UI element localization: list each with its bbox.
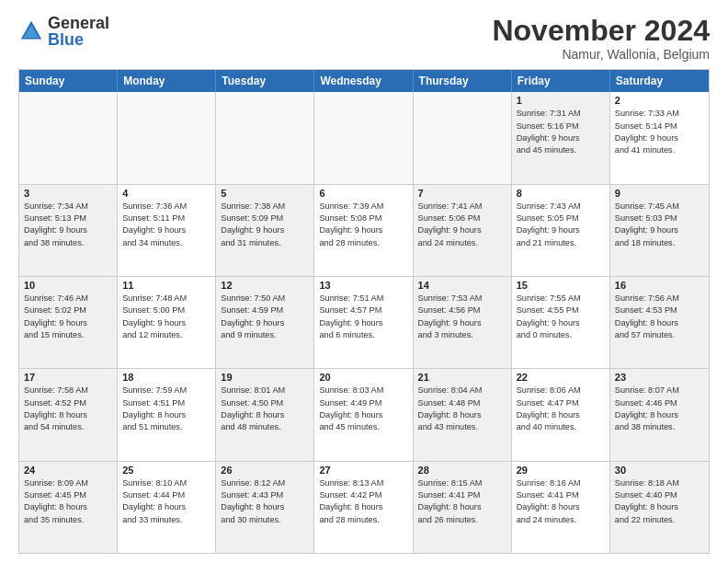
- calendar-cell: 5Sunrise: 7:38 AM Sunset: 5:09 PM Daylig…: [216, 185, 314, 276]
- calendar-row: 3Sunrise: 7:34 AM Sunset: 5:13 PM Daylig…: [19, 184, 709, 276]
- calendar-row: 1Sunrise: 7:31 AM Sunset: 5:16 PM Daylig…: [19, 92, 709, 183]
- day-info: Sunrise: 8:09 AM Sunset: 4:45 PM Dayligh…: [24, 477, 112, 526]
- calendar-row: 17Sunrise: 7:58 AM Sunset: 4:52 PM Dayli…: [19, 368, 709, 460]
- day-number: 26: [221, 465, 309, 476]
- day-number: 6: [319, 188, 407, 199]
- day-number: 30: [615, 465, 704, 476]
- day-number: 22: [517, 372, 605, 383]
- day-info: Sunrise: 8:03 AM Sunset: 4:49 PM Dayligh…: [319, 385, 407, 433]
- day-info: Sunrise: 7:41 AM Sunset: 5:06 PM Dayligh…: [418, 201, 506, 249]
- day-info: Sunrise: 7:48 AM Sunset: 5:00 PM Dayligh…: [122, 293, 210, 341]
- calendar-cell: 14Sunrise: 7:53 AM Sunset: 4:56 PM Dayli…: [414, 277, 512, 368]
- day-number: 15: [517, 280, 605, 291]
- day-info: Sunrise: 8:18 AM Sunset: 4:40 PM Dayligh…: [615, 477, 704, 526]
- day-of-week-header: Monday: [118, 70, 216, 92]
- calendar-cell: 8Sunrise: 7:43 AM Sunset: 5:05 PM Daylig…: [512, 185, 610, 276]
- calendar-cell: 20Sunrise: 8:03 AM Sunset: 4:49 PM Dayli…: [314, 369, 413, 460]
- day-number: 27: [319, 465, 407, 476]
- calendar-row: 10Sunrise: 7:46 AM Sunset: 5:02 PM Dayli…: [19, 276, 709, 368]
- calendar-cell: 7Sunrise: 7:41 AM Sunset: 5:06 PM Daylig…: [414, 185, 512, 276]
- calendar-cell: 30Sunrise: 8:18 AM Sunset: 4:40 PM Dayli…: [610, 462, 709, 553]
- day-number: 11: [122, 280, 210, 291]
- day-info: Sunrise: 8:06 AM Sunset: 4:47 PM Dayligh…: [517, 385, 605, 433]
- calendar-cell: [216, 92, 314, 183]
- day-number: 5: [221, 188, 309, 199]
- calendar-cell: 22Sunrise: 8:06 AM Sunset: 4:47 PM Dayli…: [512, 369, 610, 460]
- day-info: Sunrise: 8:15 AM Sunset: 4:41 PM Dayligh…: [418, 477, 506, 526]
- logo-text: General Blue: [48, 15, 109, 48]
- day-number: 4: [122, 188, 210, 199]
- day-info: Sunrise: 7:43 AM Sunset: 5:05 PM Dayligh…: [517, 201, 605, 249]
- day-number: 20: [319, 372, 407, 383]
- day-number: 17: [24, 372, 112, 383]
- day-info: Sunrise: 7:53 AM Sunset: 4:56 PM Dayligh…: [418, 293, 506, 341]
- logo-blue: Blue: [48, 31, 109, 48]
- calendar-cell: 27Sunrise: 8:13 AM Sunset: 4:42 PM Dayli…: [314, 462, 413, 553]
- day-info: Sunrise: 8:16 AM Sunset: 4:41 PM Dayligh…: [517, 477, 605, 526]
- calendar-row: 24Sunrise: 8:09 AM Sunset: 4:45 PM Dayli…: [19, 461, 709, 553]
- day-info: Sunrise: 8:10 AM Sunset: 4:44 PM Dayligh…: [122, 477, 210, 526]
- day-info: Sunrise: 7:39 AM Sunset: 5:08 PM Dayligh…: [319, 201, 407, 249]
- calendar-cell: 23Sunrise: 8:07 AM Sunset: 4:46 PM Dayli…: [610, 369, 709, 460]
- calendar-cell: 4Sunrise: 7:36 AM Sunset: 5:11 PM Daylig…: [118, 185, 216, 276]
- day-number: 19: [221, 372, 309, 383]
- day-info: Sunrise: 7:59 AM Sunset: 4:51 PM Dayligh…: [122, 385, 210, 433]
- day-of-week-header: Tuesday: [216, 70, 314, 92]
- day-info: Sunrise: 8:12 AM Sunset: 4:43 PM Dayligh…: [221, 477, 309, 526]
- day-info: Sunrise: 7:56 AM Sunset: 4:53 PM Dayligh…: [615, 293, 704, 341]
- calendar-cell: 2Sunrise: 7:33 AM Sunset: 5:14 PM Daylig…: [610, 92, 709, 183]
- calendar-cell: 6Sunrise: 7:39 AM Sunset: 5:08 PM Daylig…: [314, 185, 413, 276]
- day-of-week-header: Thursday: [414, 70, 512, 92]
- calendar-cell: 18Sunrise: 7:59 AM Sunset: 4:51 PM Dayli…: [118, 369, 216, 460]
- title-block: November 2024 Namur, Wallonia, Belgium: [492, 15, 710, 62]
- calendar-cell: 21Sunrise: 8:04 AM Sunset: 4:48 PM Dayli…: [414, 369, 512, 460]
- logo: General Blue: [18, 15, 109, 48]
- calendar-cell: 19Sunrise: 8:01 AM Sunset: 4:50 PM Dayli…: [216, 369, 314, 460]
- day-info: Sunrise: 7:58 AM Sunset: 4:52 PM Dayligh…: [24, 385, 112, 433]
- calendar-cell: 26Sunrise: 8:12 AM Sunset: 4:43 PM Dayli…: [216, 462, 314, 553]
- logo-icon: [18, 18, 44, 44]
- day-info: Sunrise: 7:36 AM Sunset: 5:11 PM Dayligh…: [122, 201, 210, 249]
- calendar-cell: 12Sunrise: 7:50 AM Sunset: 4:59 PM Dayli…: [216, 277, 314, 368]
- calendar-cell: [414, 92, 512, 183]
- day-number: 24: [24, 465, 112, 476]
- day-info: Sunrise: 8:04 AM Sunset: 4:48 PM Dayligh…: [418, 385, 506, 433]
- day-number: 1: [517, 95, 605, 106]
- calendar-cell: [314, 92, 413, 183]
- calendar-cell: 15Sunrise: 7:55 AM Sunset: 4:55 PM Dayli…: [512, 277, 610, 368]
- day-info: Sunrise: 7:51 AM Sunset: 4:57 PM Dayligh…: [319, 293, 407, 341]
- calendar-body: 1Sunrise: 7:31 AM Sunset: 5:16 PM Daylig…: [19, 92, 709, 553]
- day-number: 9: [615, 188, 704, 199]
- calendar-cell: 13Sunrise: 7:51 AM Sunset: 4:57 PM Dayli…: [314, 277, 413, 368]
- location-subtitle: Namur, Wallonia, Belgium: [492, 47, 710, 62]
- calendar-cell: 25Sunrise: 8:10 AM Sunset: 4:44 PM Dayli…: [118, 462, 216, 553]
- day-of-week-header: Saturday: [610, 70, 709, 92]
- day-number: 23: [615, 372, 704, 383]
- calendar-cell: 11Sunrise: 7:48 AM Sunset: 5:00 PM Dayli…: [118, 277, 216, 368]
- day-info: Sunrise: 8:07 AM Sunset: 4:46 PM Dayligh…: [615, 385, 704, 433]
- day-number: 7: [418, 188, 506, 199]
- calendar-cell: [19, 92, 118, 183]
- day-info: Sunrise: 8:01 AM Sunset: 4:50 PM Dayligh…: [221, 385, 309, 433]
- day-number: 10: [24, 280, 112, 291]
- calendar-cell: 28Sunrise: 8:15 AM Sunset: 4:41 PM Dayli…: [414, 462, 512, 553]
- calendar-cell: 17Sunrise: 7:58 AM Sunset: 4:52 PM Dayli…: [19, 369, 118, 460]
- day-number: 2: [615, 95, 704, 106]
- day-info: Sunrise: 7:38 AM Sunset: 5:09 PM Dayligh…: [221, 201, 309, 249]
- logo-general: General: [48, 15, 109, 31]
- day-of-week-header: Wednesday: [314, 70, 413, 92]
- calendar-cell: 9Sunrise: 7:45 AM Sunset: 5:03 PM Daylig…: [610, 185, 709, 276]
- day-info: Sunrise: 7:46 AM Sunset: 5:02 PM Dayligh…: [24, 293, 112, 341]
- day-info: Sunrise: 7:31 AM Sunset: 5:16 PM Dayligh…: [517, 108, 605, 156]
- day-info: Sunrise: 7:55 AM Sunset: 4:55 PM Dayligh…: [517, 293, 605, 341]
- day-number: 28: [418, 465, 506, 476]
- day-number: 12: [221, 280, 309, 291]
- day-number: 3: [24, 188, 112, 199]
- day-number: 25: [122, 465, 210, 476]
- day-info: Sunrise: 7:34 AM Sunset: 5:13 PM Dayligh…: [24, 201, 112, 249]
- calendar-cell: 1Sunrise: 7:31 AM Sunset: 5:16 PM Daylig…: [512, 92, 610, 183]
- day-of-week-header: Sunday: [19, 70, 118, 92]
- day-number: 29: [517, 465, 605, 476]
- day-info: Sunrise: 8:13 AM Sunset: 4:42 PM Dayligh…: [319, 477, 407, 526]
- day-number: 16: [615, 280, 704, 291]
